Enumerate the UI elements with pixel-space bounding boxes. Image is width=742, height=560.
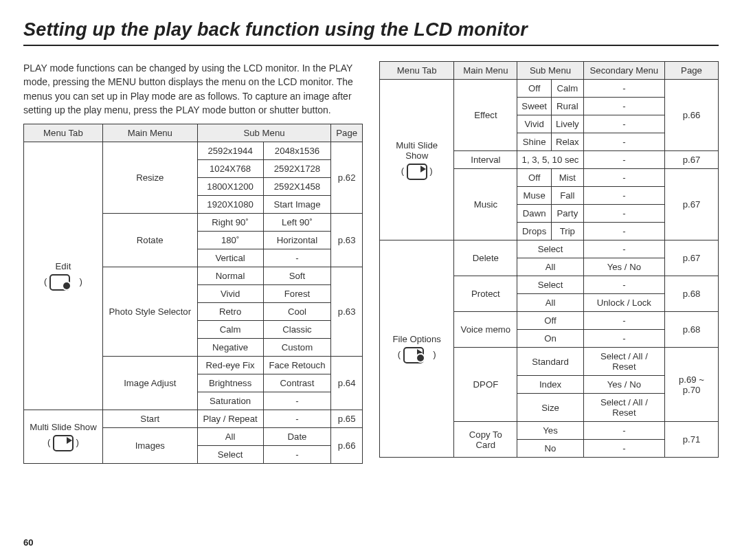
table-cell: Muse <box>517 187 552 205</box>
tab-edit: Edit ( ) <box>24 142 103 410</box>
table-cell: Select <box>517 240 583 258</box>
photo-gear-icon: ( ) <box>44 274 82 291</box>
mm-resize: Resize <box>102 142 197 214</box>
page-cell: p.69 ~ p.70 <box>665 348 719 422</box>
th-mainmenu: Main Menu <box>454 62 517 80</box>
mm-rotate: Rotate <box>102 214 197 267</box>
page-cell: p.63 <box>331 267 363 357</box>
table-cell: - <box>583 80 664 98</box>
table-cell: 2048x1536 <box>263 142 331 160</box>
table-cell: Custom <box>263 339 331 357</box>
table-cell: Left 90˚ <box>263 214 331 232</box>
table-cell: Off <box>517 312 583 330</box>
table-cell: 2592X1728 <box>263 160 331 178</box>
table-cell: Select / All / Reset <box>583 394 664 422</box>
table-cell: Select <box>197 446 263 464</box>
page-title: Setting up the play back function using … <box>23 19 719 46</box>
table-cell: Yes <box>517 422 583 440</box>
table-cell: - <box>583 330 664 348</box>
table-cell: Calm <box>552 80 584 98</box>
table-cell: Size <box>517 394 583 422</box>
table-cell: - <box>583 223 664 240</box>
page-cell: p.63 <box>331 214 363 267</box>
th-page: Page <box>665 62 719 80</box>
page-cell: p.66 <box>665 80 719 151</box>
table-cell: Retro <box>197 303 263 321</box>
table-cell: 1024X768 <box>197 160 263 178</box>
table-cell: All <box>197 428 263 446</box>
mm-voicememo: Voice memo <box>454 312 517 348</box>
table-cell: All <box>517 294 583 312</box>
table-cell: - <box>583 440 664 458</box>
table-cell: 180˚ <box>197 232 263 249</box>
mm-copytocard: Copy To Card <box>454 422 517 458</box>
mm-effect: Effect <box>454 80 517 151</box>
th-mainmenu: Main Menu <box>102 124 197 142</box>
table-cell: Horizontal <box>263 232 331 249</box>
table-cell: - <box>263 410 331 428</box>
two-column-body: PLAY mode functions can be changed by us… <box>23 61 719 548</box>
play-icon: ( ) <box>47 435 79 451</box>
table-cell: Calm <box>197 321 263 339</box>
table-cell: - <box>583 115 664 133</box>
mm-protect: Protect <box>454 276 517 312</box>
table-cell: Vivid <box>517 115 552 133</box>
table-cell: - <box>263 446 331 464</box>
table-cell: Index <box>517 376 583 394</box>
table-cell: Select <box>517 276 583 294</box>
table-cell: Soft <box>263 267 331 285</box>
table-cell: Unlock / Lock <box>583 294 664 312</box>
th-page: Page <box>331 124 363 142</box>
page-cell: p.68 <box>665 276 719 312</box>
table-cell: Yes / No <box>583 258 664 276</box>
table-cell: Off <box>517 80 552 98</box>
menu-table-left: Menu Tab Main Menu Sub Menu Page Edit ( … <box>23 124 363 464</box>
page-cell: p.67 <box>665 169 719 240</box>
tab-multislideshow: Multi Slide Show ( ) <box>380 80 454 240</box>
table-cell: - <box>263 249 331 267</box>
th-menutab: Menu Tab <box>380 62 454 80</box>
page-cell: p.66 <box>331 428 363 464</box>
table-cell: Sweet <box>517 98 552 115</box>
mm-music: Music <box>454 169 517 240</box>
table-cell: Date <box>263 428 331 446</box>
table-cell: Saturation <box>197 392 263 410</box>
table-cell: Normal <box>197 267 263 285</box>
table-cell: Vivid <box>197 285 263 303</box>
table-cell: - <box>583 98 664 115</box>
tab-multislideshow: Multi Slide Show ( ) <box>24 410 103 464</box>
page-cell: p.67 <box>665 240 719 276</box>
table-cell: - <box>583 151 664 169</box>
table-cell: Face Retouch <box>263 357 331 374</box>
play-icon: ( ) <box>401 164 433 180</box>
photo-gear-icon: ( ) <box>398 347 436 363</box>
page-cell: p.71 <box>665 422 719 458</box>
page-number: 60 <box>23 537 363 548</box>
th-secondary: Secondary Menu <box>583 62 664 80</box>
mm-delete: Delete <box>454 240 517 276</box>
table-cell: Drops <box>517 223 552 240</box>
table-cell: - <box>583 133 664 151</box>
table-cell: Red-eye Fix <box>197 357 263 374</box>
table-cell: No <box>517 440 583 458</box>
mm-photostyle: Photo Style Selector <box>102 267 197 357</box>
table-cell: - <box>583 240 664 258</box>
table-cell: - <box>583 422 664 440</box>
table-cell: Rural <box>552 98 584 115</box>
table-cell: - <box>583 312 664 330</box>
table-cell: Forest <box>263 285 331 303</box>
table-cell: Contrast <box>263 374 331 392</box>
table-cell: Fall <box>552 187 584 205</box>
table-cell: 2592X1458 <box>263 178 331 196</box>
table-cell: 1, 3, 5, 10 sec <box>517 151 583 169</box>
mm-dpof: DPOF <box>454 348 517 422</box>
table-cell: Start Image <box>263 196 331 214</box>
th-submenu: Sub Menu <box>517 62 583 80</box>
page-cell: p.64 <box>331 357 363 410</box>
table-cell: Negative <box>197 339 263 357</box>
table-cell: - <box>583 205 664 223</box>
page-cell: p.68 <box>665 312 719 348</box>
table-cell: Classic <box>263 321 331 339</box>
table-cell: - <box>583 187 664 205</box>
table-cell: - <box>583 276 664 294</box>
